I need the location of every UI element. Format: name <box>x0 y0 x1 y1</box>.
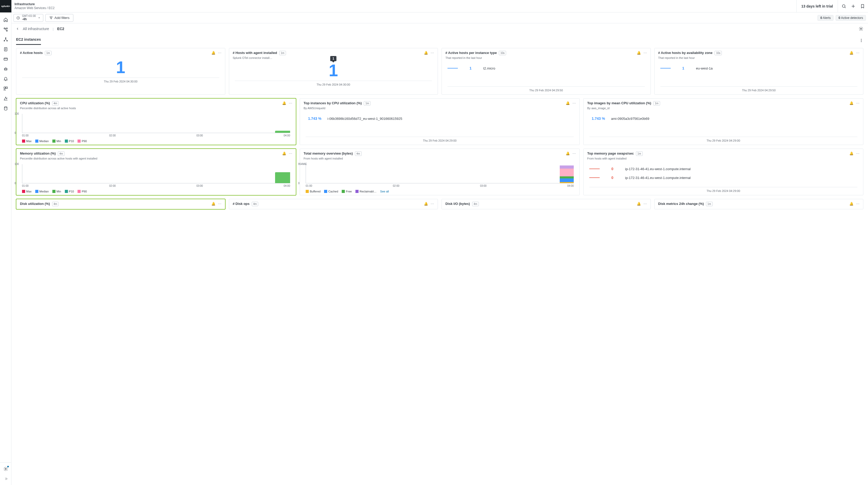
settings-icon[interactable] <box>3 466 8 472</box>
clock-icon <box>16 16 20 20</box>
section-label: Infrastructure <box>14 2 797 6</box>
card-bell-icon[interactable]: 🔔 <box>566 101 570 105</box>
card-more-icon[interactable]: ⋯ <box>431 51 434 55</box>
card-more-icon[interactable]: ⋯ <box>572 151 576 155</box>
swap-row: 0 ip-172-31-46-41.eu-west-1.compute.inte… <box>589 167 857 171</box>
search-icon[interactable] <box>842 4 846 8</box>
memory-overview-chart: 954MiE 0 <box>306 164 574 183</box>
svg-point-5 <box>6 40 8 41</box>
see-all-link[interactable]: See all <box>380 190 389 193</box>
page-settings-icon[interactable] <box>859 26 863 31</box>
splunk-logo[interactable]: splunk> <box>0 0 11 12</box>
billing-icon[interactable] <box>3 57 8 62</box>
card-more-icon[interactable]: ⋯ <box>856 101 860 105</box>
hosts-agent-value: 1 <box>229 61 438 80</box>
svg-point-20 <box>861 41 862 42</box>
tree-icon[interactable] <box>3 37 8 42</box>
card-bell-icon[interactable]: 🔔 <box>849 51 854 55</box>
svg-point-4 <box>4 40 5 41</box>
svg-point-15 <box>842 5 845 7</box>
instance-row: 1.743 % i-06b3698b160d56d72_eu-west-1_90… <box>306 117 574 121</box>
cpu-chart: 100 0 <box>22 114 290 133</box>
card-hosts-agent: # Hosts with agent installed 1m 🔔⋯ Splun… <box>229 48 438 95</box>
card-bell-icon[interactable]: 🔔 <box>849 101 854 105</box>
card-bell-active-icon[interactable]: 🔔 <box>282 151 286 155</box>
robot-icon[interactable] <box>3 66 8 71</box>
sparkline <box>589 177 600 178</box>
sidebar: splunk> <box>0 0 11 485</box>
expand-sidebar-icon[interactable] <box>3 476 8 481</box>
path-parent[interactable]: Amazon Web Services <box>14 6 46 10</box>
card-more-icon[interactable]: ⋯ <box>572 101 576 105</box>
card-bell-icon[interactable]: 🔔 <box>424 202 428 206</box>
filter-bar: GMT+01:00 -4h Add filters 0 Alerts 0 Act… <box>11 12 868 23</box>
tabs-more-icon[interactable] <box>859 38 863 42</box>
time-picker[interactable]: GMT+01:00 -4h <box>13 14 43 22</box>
breadcrumb-back-link[interactable]: All infrastructure <box>23 27 49 31</box>
card-cpu-utilization: CPU utilization (%) 4m 🔔⋯ Percentile dis… <box>16 98 296 145</box>
dashboard-content: # Active hosts 1m 🔔⋯ 1 Thu 29 Feb 2024 0… <box>11 45 868 485</box>
image-row: 1.743 % ami-0905a3c97561e0b69 <box>589 117 857 121</box>
card-bell-icon[interactable]: 🔔 <box>849 202 854 206</box>
sparkline <box>447 68 458 68</box>
data-icon[interactable] <box>3 106 8 111</box>
az-row: 1 eu-west-1a <box>660 66 858 70</box>
trial-banner[interactable]: 13 days left in trial <box>797 0 838 12</box>
card-bell-icon[interactable]: 🔔 <box>637 202 641 206</box>
back-icon[interactable] <box>16 27 19 30</box>
metric-finder-icon[interactable] <box>3 96 8 101</box>
card-bell-icon[interactable]: 🔔 <box>424 51 428 55</box>
card-disk-utilization: Disk utilization (%) 4m 🔔⋯ <box>16 199 225 209</box>
card-more-icon[interactable]: ⋯ <box>289 101 292 105</box>
card-more-icon[interactable]: ⋯ <box>218 51 221 55</box>
main: Infrastructure Amazon Web Services / EC2… <box>11 0 868 485</box>
card-bell-active-icon[interactable]: 🔔 <box>282 101 286 105</box>
svg-point-17 <box>861 28 862 30</box>
card-bell-icon[interactable]: 🔔 <box>849 151 854 155</box>
svg-point-10 <box>6 69 6 69</box>
card-more-icon[interactable]: ⋯ <box>644 202 647 206</box>
card-disk-ops: # Disk ops 4m 🔔⋯ <box>229 199 438 209</box>
svg-point-13 <box>4 107 7 108</box>
card-more-icon[interactable]: ⋯ <box>289 151 292 155</box>
home-icon[interactable] <box>3 17 8 22</box>
card-more-icon[interactable]: ⋯ <box>856 151 860 155</box>
svg-point-18 <box>861 39 862 40</box>
type-row: 1 t2.micro <box>447 66 645 70</box>
logs-icon[interactable] <box>3 47 8 52</box>
tab-ec2-instances[interactable]: EC2 instances <box>16 36 41 45</box>
card-bell-icon[interactable]: 🔔 <box>211 51 215 55</box>
card-more-icon[interactable]: ⋯ <box>431 202 434 206</box>
svg-rect-7 <box>4 58 7 60</box>
apm-icon[interactable] <box>3 27 8 32</box>
path-leaf: EC2 <box>49 6 55 10</box>
card-more-icon[interactable]: ⋯ <box>218 202 221 206</box>
bell-icon[interactable] <box>3 76 8 82</box>
card-memory-utilization: Memory utilization (%) 4m 🔔⋯ Percentile … <box>16 149 296 195</box>
card-hosts-per-type: # Active hosts per instance type 10s 🔔⋯ … <box>441 48 651 95</box>
plus-icon[interactable] <box>851 4 856 8</box>
card-more-icon[interactable]: ⋯ <box>856 51 860 55</box>
sparkline <box>660 68 671 68</box>
x-ticks: 01:0002:0003:0004:00 <box>22 133 290 139</box>
card-memory-overview: Total memory overview (bytes) 4m 🔔⋯ From… <box>300 149 580 195</box>
alerts-pill[interactable]: 0 Alerts <box>817 15 834 21</box>
svg-rect-11 <box>4 87 5 88</box>
active-detectors-pill[interactable]: 0 Active detectors <box>836 15 866 21</box>
card-bell-icon[interactable]: 🔔 <box>637 51 641 55</box>
card-active-hosts: # Active hosts 1m 🔔⋯ 1 Thu 29 Feb 2024 0… <box>16 48 225 95</box>
swap-row: 0 ip-172-31-46-41.eu-west-1.compute.inte… <box>589 176 857 180</box>
bookmark-icon[interactable] <box>860 4 865 8</box>
breadcrumb-current: EC2 <box>57 27 64 31</box>
card-bell-icon[interactable]: 🔔 <box>566 151 570 155</box>
card-more-icon[interactable]: ⋯ <box>644 51 647 55</box>
chevron-down-icon <box>38 17 40 19</box>
topbar: Infrastructure Amazon Web Services / EC2… <box>11 0 868 12</box>
add-filters-button[interactable]: Add filters <box>45 14 73 22</box>
card-bell-active-icon[interactable]: 🔔 <box>211 202 215 206</box>
card-disk-io: Disk I/O (bytes) 4m 🔔⋯ <box>441 199 651 209</box>
card-more-icon[interactable]: ⋯ <box>856 202 860 206</box>
card-disk-24h-change: Disk metrics 24h change (%) 1m 🔔⋯ <box>654 199 864 209</box>
card-page-swaps: Top memory page swaps/sec 1m 🔔⋯ From hos… <box>583 149 863 195</box>
dashboard-icon[interactable] <box>3 86 8 91</box>
